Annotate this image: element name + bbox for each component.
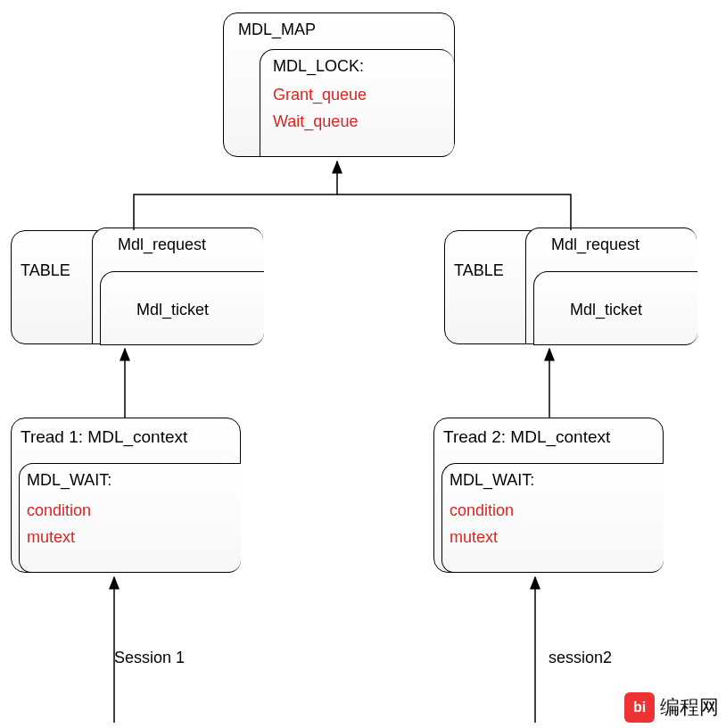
left-request-box: Mdl_request Mdl_ticket — [92, 228, 263, 344]
right-request-box: Mdl_request Mdl_ticket — [525, 228, 697, 344]
left-wait-title: MDL_WAIT: — [27, 471, 111, 490]
left-ticket-label: Mdl_ticket — [136, 301, 209, 319]
left-wait-box: MDL_WAIT: condition mutext — [19, 463, 241, 573]
left-request-label: Mdl_request — [118, 236, 206, 254]
watermark-text: 编程网 — [660, 694, 719, 721]
right-ticket-label: Mdl_ticket — [570, 301, 642, 319]
right-thread-title: Tread 2: MDL_context — [443, 427, 610, 447]
watermark-logo-icon: bi — [624, 692, 655, 723]
left-table-box: TABLE Mdl_request Mdl_ticket — [11, 230, 262, 344]
left-wait-mutex: mutext — [27, 528, 75, 547]
left-thread-title: Tread 1: MDL_context — [21, 427, 187, 447]
right-wait-box: MDL_WAIT: condition mutext — [441, 463, 664, 573]
mdl-map-box: MDL_MAP MDL_LOCK: Grant_queue Wait_queue — [223, 12, 455, 157]
left-wait-cond: condition — [27, 501, 91, 520]
mdl-lock-box: MDL_LOCK: Grant_queue Wait_queue — [260, 49, 454, 157]
right-thread-box: Tread 2: MDL_context MDL_WAIT: condition… — [433, 418, 664, 573]
left-thread-box: Tread 1: MDL_context MDL_WAIT: condition… — [11, 418, 241, 573]
right-table-label: TABLE — [454, 261, 504, 280]
right-session-label: session2 — [549, 649, 612, 667]
left-session-label: Session 1 — [114, 649, 185, 667]
right-wait-mutex: mutext — [450, 528, 498, 547]
left-ticket-box: Mdl_ticket — [100, 271, 264, 345]
right-wait-cond: condition — [450, 501, 514, 520]
watermark: bi 编程网 — [624, 692, 719, 723]
arrow-right-table-to-map — [337, 194, 571, 230]
mdl-lock-title: MDL_LOCK: — [273, 57, 364, 76]
right-wait-title: MDL_WAIT: — [450, 471, 534, 490]
mdl-map-title: MDL_MAP — [238, 21, 316, 39]
mdl-lock-grant: Grant_queue — [273, 86, 367, 104]
left-table-label: TABLE — [21, 261, 70, 280]
right-ticket-box: Mdl_ticket — [533, 271, 697, 345]
arrow-left-table-to-map — [134, 161, 337, 230]
right-table-box: TABLE Mdl_request Mdl_ticket — [444, 230, 696, 344]
mdl-lock-wait: Wait_queue — [273, 112, 358, 131]
right-request-label: Mdl_request — [551, 236, 639, 254]
